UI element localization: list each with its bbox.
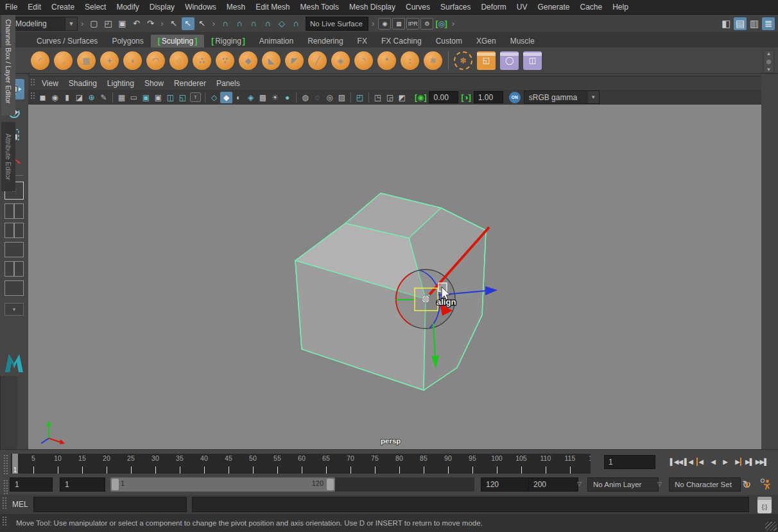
exposure-field[interactable]: 0.00 (429, 91, 458, 103)
undo-icon[interactable]: ↶ (130, 17, 143, 30)
new-scene-icon[interactable]: ▢ (87, 17, 100, 30)
command-input[interactable] (33, 497, 187, 512)
resize-grip[interactable] (765, 522, 777, 531)
shelf-tab[interactable]: XGen (469, 35, 503, 47)
tab-attribute-editor[interactable]: Attribute Editor (1, 122, 15, 191)
range-end-handle[interactable] (327, 479, 334, 490)
render-current-frame-icon[interactable]: ▦ (392, 18, 405, 30)
unfreeze-tool-icon[interactable]: ❄ (454, 51, 472, 70)
character-set-dropdown-arrow[interactable]: ▽ (657, 481, 662, 487)
grease-pencil-icon[interactable]: ✎ (98, 92, 110, 103)
wax-tool-icon[interactable]: ◣ (262, 51, 281, 70)
tab-channel-box[interactable]: Channel Box / Layer Editor (1, 8, 15, 116)
collapse-arrow-icon[interactable]: › (78, 19, 87, 28)
shelf-tab[interactable]: Custom (429, 35, 469, 47)
step-back-frame-button[interactable]: ▌◀ (682, 454, 695, 469)
wireframe-on-shaded-icon[interactable]: ◐ (232, 92, 245, 103)
character-set-dropdown[interactable]: No Character Set (669, 477, 741, 492)
snap-to-projected-center-icon[interactable]: ∩ (261, 17, 274, 30)
exposure-icon[interactable]: ◉ (415, 93, 426, 102)
render-sequence-icon[interactable]: ◎ (435, 19, 447, 28)
scroll-up-icon[interactable]: ▲ (766, 51, 772, 56)
shelf-tab[interactable]: Animation (252, 35, 300, 47)
channel-box-toggle-icon[interactable]: ▤ (734, 17, 747, 30)
bookmark-icon[interactable]: ▮ (61, 92, 73, 103)
smear-tool-icon[interactable]: ◝ (354, 51, 373, 70)
fill-tool-icon[interactable]: ╱ (308, 51, 327, 70)
pinch-tool-icon[interactable]: ◖ (123, 51, 142, 70)
open-scene-icon[interactable]: ◰ (101, 17, 114, 30)
collapse-arrow-icon[interactable]: › (449, 19, 458, 28)
camera-attributes-icon[interactable]: ◉ (49, 92, 61, 103)
isolate-select-icon[interactable]: ◰ (354, 92, 366, 103)
resolution-gate-icon[interactable]: ▣ (140, 92, 152, 103)
step-back-key-button[interactable]: ◀ (695, 454, 707, 469)
panel-menu-item[interactable]: View (37, 76, 64, 90)
range-start-handle[interactable] (112, 479, 119, 490)
scroll-down-icon[interactable]: ▼ (766, 67, 772, 73)
panel-menu-item[interactable]: Panels (211, 76, 245, 90)
anim-layer-dropdown[interactable]: No Anim Layer (587, 477, 659, 492)
depth-peel-icon[interactable]: ▨ (336, 92, 348, 103)
relax-tool-icon[interactable]: ▦ (77, 51, 96, 70)
current-frame-field[interactable]: 1 (604, 455, 655, 469)
stacked-layout-button[interactable] (4, 242, 24, 257)
animation-start-field[interactable]: 1 (10, 477, 53, 492)
current-frame-marker[interactable]: 1 (12, 454, 18, 474)
viewport-canvas[interactable]: align persp (28, 105, 761, 449)
menu-item[interactable]: Cache (575, 0, 607, 14)
menu-item[interactable]: Help (607, 0, 634, 14)
panel-menu-item[interactable]: Renderer (169, 76, 211, 90)
menu-item[interactable]: Edit (22, 0, 46, 14)
playback-start-field[interactable]: 1 (60, 477, 105, 492)
go-to-end-button[interactable]: ▶▶▌ (756, 454, 768, 469)
field-chart-icon[interactable]: ◫ (164, 92, 177, 103)
grab-tool-icon[interactable]: + (100, 51, 119, 70)
smooth-tool-icon[interactable]: ◞ (54, 51, 73, 70)
menu-item[interactable]: Modify (111, 0, 144, 14)
collapse-arrow-icon[interactable]: › (368, 19, 377, 28)
animation-preferences-icon[interactable] (759, 477, 773, 492)
scene[interactable]: align persp (28, 105, 761, 449)
select-component-icon[interactable]: ↖ (196, 17, 209, 30)
flatten-tool-icon[interactable]: ◠ (146, 51, 165, 70)
sculpt-layers-panel-icon[interactable]: ◫ (523, 51, 542, 70)
knife-tool-icon[interactable]: ◈ (331, 51, 350, 70)
pivot-gem-icon[interactable] (422, 295, 429, 303)
modeling-toolkit-icon[interactable]: ◧ (720, 17, 732, 30)
menu-item[interactable]: Deform (476, 0, 511, 14)
use-default-material-icon[interactable]: ▩ (257, 92, 269, 103)
auto-keyframe-toggle[interactable]: ↻ (739, 477, 754, 492)
menu-item[interactable]: Select (80, 0, 111, 14)
scroll-thumb[interactable] (766, 60, 771, 64)
render-settings-icon[interactable]: ⚙ (420, 18, 433, 30)
shelf-tab[interactable]: FX (350, 35, 374, 47)
bulge-tool-icon[interactable]: * (377, 51, 396, 70)
shelf-tab[interactable]: Muscle (503, 35, 542, 47)
shadows-icon[interactable]: ● (281, 92, 293, 103)
collapse-arrow-icon[interactable]: › (209, 19, 218, 28)
menu-item[interactable]: Create (46, 0, 80, 14)
grid-icon[interactable]: ▦ (116, 92, 128, 103)
range-bar-drag-handle[interactable] (3, 479, 8, 494)
play-backwards-button[interactable]: ◀ (707, 454, 719, 469)
layout-dropdown[interactable]: ▾ (4, 303, 24, 316)
range-slider[interactable]: 1 120 (110, 477, 335, 492)
panel-lighting-icon[interactable]: ◩ (396, 92, 408, 103)
textured-icon[interactable]: ◈ (245, 92, 257, 103)
panel-menu-item[interactable]: Show (139, 76, 169, 90)
freeze-tool-icon[interactable]: ❄ (424, 51, 442, 70)
menu-item[interactable]: Display (144, 0, 180, 14)
z-axis-cone[interactable] (485, 286, 497, 295)
view-transform-dropdown[interactable]: sRGB gamma ▼ (524, 90, 600, 104)
safe-action-icon[interactable]: ◱ (177, 92, 189, 103)
menu-item[interactable]: Edit Mesh (250, 0, 295, 14)
panel-layout-2-icon[interactable]: ◲ (384, 92, 396, 103)
open-render-view-icon[interactable]: ◉ (378, 18, 391, 30)
imprint-tool-icon[interactable]: ◆ (239, 51, 257, 70)
repeat-tool-icon[interactable]: ∵ (216, 51, 234, 70)
menu-item[interactable]: Mesh Display (344, 0, 401, 14)
safe-title-icon[interactable]: T (190, 92, 201, 102)
snap-to-point-icon[interactable]: ∩ (247, 17, 260, 30)
spray-tool-icon[interactable]: ∴ (193, 51, 211, 70)
